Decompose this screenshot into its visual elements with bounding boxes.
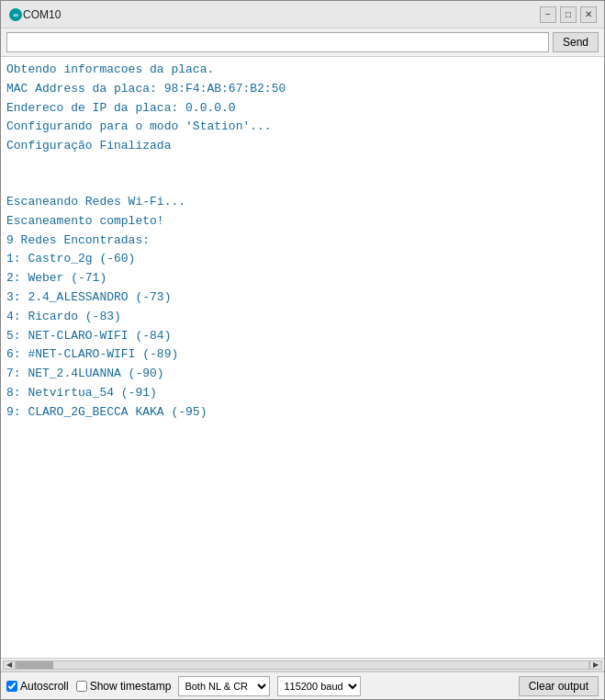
input-bar: Send xyxy=(1,28,604,57)
autoscroll-checkbox[interactable] xyxy=(6,681,17,692)
output-line: Obtendo informacoes da placa. xyxy=(6,61,599,80)
output-line: Escaneamento completo! xyxy=(6,212,599,231)
output-line: Endereco de IP da placa: 0.0.0.0 xyxy=(6,99,599,119)
output-line: 8: Netvirtua_54 (-91) xyxy=(6,384,599,403)
timestamp-text: Show timestamp xyxy=(90,680,172,693)
output-area[interactable]: Obtendo informacoes da placa.MAC Address… xyxy=(1,57,604,659)
output-line: 9: CLARO_2G_BECCA KAKA (-95) xyxy=(6,403,599,423)
output-line: 6: #NET-CLARO-WIFI (-89) xyxy=(6,345,599,365)
serial-monitor-window: ∞ COM10 − □ ✕ Send Obtendo informacoes d… xyxy=(0,0,605,700)
serial-input[interactable] xyxy=(6,32,549,52)
output-line: 5: NET-CLARO-WIFI (-84) xyxy=(6,327,599,346)
clear-output-button[interactable]: Clear output xyxy=(519,676,599,696)
scroll-right-button[interactable]: ▶ xyxy=(589,660,602,670)
window-controls: − □ ✕ xyxy=(540,6,597,23)
maximize-button[interactable]: □ xyxy=(560,6,577,23)
output-line: Configuração Finalizada xyxy=(6,137,599,156)
output-line: 2: Weber (-71) xyxy=(6,269,599,288)
send-button[interactable]: Send xyxy=(553,32,599,52)
minimize-button[interactable]: − xyxy=(540,6,556,23)
output-line: 7: NET_2.4LUANNA (-90) xyxy=(6,365,599,384)
output-line: 3: 2.4_ALESSANDRO (-73) xyxy=(6,288,599,308)
line-ending-select[interactable]: No line endingNewlineCarriage returnBoth… xyxy=(178,676,270,696)
status-bar: Autoscroll Show timestamp No line ending… xyxy=(1,672,604,699)
close-button[interactable]: ✕ xyxy=(580,6,597,23)
title-bar: ∞ COM10 − □ ✕ xyxy=(1,1,604,28)
output-line xyxy=(6,156,599,175)
output-line: Escaneando Redes Wi-Fi... xyxy=(6,193,599,212)
output-line: 9 Redes Encontradas: xyxy=(6,231,599,251)
horizontal-scrollbar[interactable] xyxy=(16,660,589,670)
output-line xyxy=(6,175,599,193)
baud-rate-select[interactable]: 300 baud600 baud1200 baud2400 baud4800 b… xyxy=(277,676,361,696)
output-line: 1: Castro_2g (-60) xyxy=(6,250,599,269)
autoscroll-text: Autoscroll xyxy=(20,680,69,693)
svg-text:∞: ∞ xyxy=(13,11,18,19)
output-line: MAC Address da placa: 98:F4:AB:67:B2:50 xyxy=(6,80,599,99)
timestamp-checkbox[interactable] xyxy=(76,681,87,692)
arduino-logo-icon: ∞ xyxy=(8,7,23,22)
output-line: 4: Ricardo (-83) xyxy=(6,308,599,327)
window-title: COM10 xyxy=(23,8,540,21)
autoscroll-label[interactable]: Autoscroll xyxy=(6,680,69,693)
scroll-thumb xyxy=(17,661,53,669)
timestamp-label[interactable]: Show timestamp xyxy=(76,680,172,693)
horizontal-scrollbar-area: ◀ ▶ xyxy=(1,659,604,672)
output-line: Configurando para o modo 'Station'... xyxy=(6,118,599,137)
scroll-left-button[interactable]: ◀ xyxy=(3,660,16,670)
